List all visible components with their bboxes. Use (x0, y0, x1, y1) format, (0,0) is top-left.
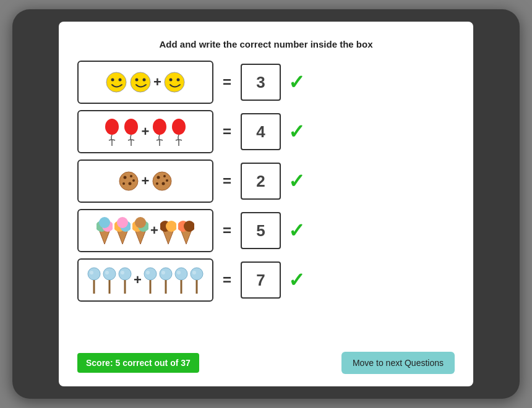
questions-area: + = 3 ✓ (77, 61, 455, 343)
svg-point-23 (153, 172, 171, 190)
score-badge: Score: 5 correct out of 37 (77, 353, 199, 373)
cookie-icon (151, 170, 173, 192)
left-items-1: + (77, 61, 213, 104)
svg-point-57 (146, 271, 150, 274)
equals-sign: = (221, 271, 233, 289)
svg-point-7 (169, 79, 172, 82)
balloon-icon (151, 117, 168, 147)
equals-sign: = (221, 123, 233, 140)
svg-point-22 (132, 179, 135, 182)
svg-point-24 (157, 176, 160, 179)
smiley-icon (129, 71, 152, 93)
left-items-5: + (77, 258, 213, 302)
left-items-3: + (77, 159, 213, 203)
svg-point-21 (128, 182, 131, 185)
svg-point-47 (88, 268, 100, 280)
svg-point-17 (119, 172, 138, 190)
table-row: + = 3 ✓ (77, 61, 455, 104)
plus-sign: + (153, 74, 161, 90)
checkmark-5: ✓ (288, 268, 305, 292)
lollipop-icon (103, 266, 116, 294)
answer-box-1: 3 (241, 64, 281, 101)
svg-point-60 (161, 271, 165, 274)
smiley-icon (105, 71, 127, 93)
plus-sign: + (150, 223, 158, 239)
answer-box-4: 5 (241, 212, 281, 249)
lollipop-icon (87, 266, 101, 294)
icecream-icon (160, 217, 176, 244)
equals-sign: = (221, 222, 233, 239)
lollipop-icon (174, 266, 188, 294)
plus-sign: + (134, 272, 142, 288)
svg-point-54 (121, 271, 124, 274)
answer-box-3: 2 (241, 163, 281, 200)
lollipop-icon (144, 266, 157, 294)
plus-sign: + (142, 173, 150, 189)
svg-point-9 (105, 119, 119, 135)
answer-box-2: 4 (241, 113, 281, 150)
svg-point-53 (119, 268, 131, 280)
svg-point-3 (131, 72, 150, 92)
svg-point-63 (177, 271, 181, 274)
score-suffix: correct out of 37 (120, 358, 191, 368)
table-row: + (77, 258, 455, 302)
answer-box-5: 7 (241, 261, 281, 299)
svg-point-26 (156, 182, 158, 185)
svg-point-5 (143, 79, 146, 82)
svg-point-11 (124, 119, 138, 135)
svg-point-50 (103, 268, 116, 280)
svg-point-32 (99, 217, 110, 228)
svg-point-62 (175, 268, 187, 280)
lollipop-icon (159, 266, 173, 294)
left-items-2: + (77, 110, 213, 153)
equals-sign: = (221, 172, 233, 190)
table-row: + = (77, 209, 455, 252)
svg-point-18 (123, 176, 126, 179)
svg-point-6 (165, 72, 184, 92)
table-row: + (77, 110, 455, 153)
svg-point-25 (163, 175, 166, 177)
svg-point-59 (160, 268, 172, 280)
page-title: Add and write the correct number inside … (159, 39, 372, 49)
tablet-frame: Add and write the correct number inside … (12, 9, 520, 399)
svg-point-36 (117, 217, 128, 228)
svg-point-27 (162, 182, 165, 185)
svg-point-8 (176, 79, 179, 82)
svg-point-4 (135, 79, 139, 82)
smiley-icon (163, 71, 186, 93)
checkmark-3: ✓ (288, 169, 305, 193)
icecream-icon (97, 217, 113, 244)
svg-point-51 (105, 271, 109, 274)
equals-sign: = (221, 74, 233, 91)
screen: Add and write the correct number inside … (59, 22, 473, 386)
balloon-icon (103, 117, 121, 147)
svg-point-66 (192, 271, 196, 274)
svg-point-65 (191, 268, 203, 280)
icecream-icon (132, 217, 148, 244)
bottom-bar: Score: 5 correct out of 37 Move to next … (77, 352, 455, 374)
svg-point-13 (153, 119, 166, 135)
checkmark-4: ✓ (288, 219, 305, 242)
checkmark-1: ✓ (288, 70, 305, 94)
svg-point-48 (90, 271, 93, 274)
svg-point-0 (106, 72, 126, 92)
table-row: + = 2 ✓ (77, 159, 455, 203)
icecream-icon (114, 217, 131, 244)
svg-point-56 (144, 268, 157, 280)
plus-sign: + (142, 124, 150, 140)
svg-point-28 (166, 179, 168, 182)
cookie-icon (118, 170, 140, 192)
score-label: Score: (86, 358, 115, 368)
balloon-icon (170, 117, 187, 147)
icecream-icon (178, 217, 194, 244)
balloon-icon (122, 117, 140, 147)
svg-point-1 (111, 79, 114, 82)
svg-point-15 (172, 119, 186, 135)
lollipop-icon (118, 266, 132, 294)
svg-point-2 (119, 79, 122, 82)
next-questions-button[interactable]: Move to next Questions (341, 352, 455, 374)
svg-point-19 (130, 175, 132, 177)
left-items-4: + (77, 209, 213, 252)
svg-point-40 (135, 217, 146, 228)
lollipop-icon (190, 266, 204, 294)
